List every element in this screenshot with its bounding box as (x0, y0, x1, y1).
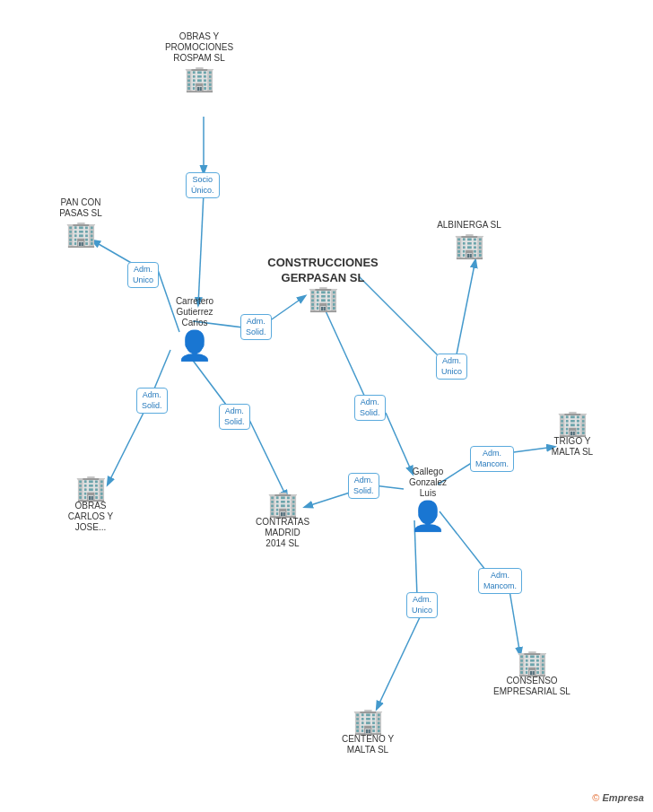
badge-adm-mancom-consenso: Adm.Mancom. (478, 568, 522, 594)
badge-adm-solid-gallego: Adm.Solid. (354, 395, 386, 421)
node-trigo-malta: 🏢 TRIGO YMALTA SL (532, 411, 613, 460)
node-pan-pasas: PAN CONPASAS SL 🏢 (45, 197, 117, 247)
building-icon-centeno-malta: 🏢 (353, 709, 384, 734)
badge-adm-mancom-trigo: Adm.Mancom. (470, 446, 514, 472)
svg-line-7 (108, 413, 144, 485)
badge-adm-unico-albinerga: Adm.Unico (436, 354, 467, 380)
node-gerpasan: CONSTRUCCIONESGERPASAN SL 🏢 (274, 256, 372, 311)
watermark: © Empresa (592, 792, 644, 803)
building-icon-trigo-malta: 🏢 (557, 411, 588, 436)
svg-line-11 (386, 413, 413, 474)
building-icon-obras-carlos: 🏢 (75, 476, 107, 501)
svg-line-9 (249, 420, 287, 498)
building-icon-obras-rospam: 🏢 (184, 66, 215, 92)
node-consenso: 🏢 CONSENSOEMPRESARIAL SL (487, 650, 577, 700)
badge-adm-solid-contratas: Adm.Solid. (219, 404, 250, 430)
node-centeno-malta: 🏢 CENTENO YMALTA SL (327, 709, 408, 758)
copyright-symbol: © (592, 792, 599, 803)
svg-line-13 (456, 260, 475, 359)
svg-line-21 (509, 590, 520, 655)
node-obras-rospam: OBRAS Y PROMOCIONES ROSPAM SL 🏢 (154, 31, 244, 92)
node-obras-carlos: 🏢 OBRASCARLOS YJOSE... (50, 476, 131, 536)
person-icon-gallego: 👤 (410, 502, 446, 530)
badge-adm-solid-contratas2: Adm.Solid. (348, 473, 379, 499)
svg-line-10 (323, 305, 366, 399)
building-icon-albinerga: 🏢 (454, 233, 485, 258)
node-carretero: CarreteroGutierrezCarlos 👤 (154, 296, 235, 360)
badge-adm-solid-obras-carlos: Adm.Solid. (136, 388, 168, 414)
building-icon-pan-pasas: 🏢 (65, 222, 97, 247)
brand-name: Empresa (603, 792, 644, 803)
node-contratas-madrid: 🏢 CONTRATASMADRID2014 SL (242, 492, 323, 552)
network-diagram: OBRAS Y PROMOCIONES ROSPAM SL 🏢 PAN CONP… (0, 0, 653, 812)
building-icon-consenso: 🏢 (517, 650, 548, 676)
building-icon-gerpasan: 🏢 (308, 286, 339, 311)
badge-adm-solid-gerpasan: Adm.Solid. (240, 314, 272, 340)
badge-adm-unico-centeno: Adm.Unico (406, 592, 438, 618)
node-albinerga: ALBINERGA SL 🏢 (429, 220, 509, 258)
building-icon-contratas-madrid: 🏢 (267, 492, 299, 517)
badge-adm-unico-pan: Adm.Unico (127, 262, 159, 288)
svg-line-8 (188, 354, 229, 408)
svg-line-19 (377, 617, 420, 709)
node-gallego: GallegoGonzalezLuis 👤 (387, 467, 468, 530)
badge-socio-unico: SocioÚnico. (186, 172, 220, 198)
person-icon-carretero: 👤 (177, 331, 213, 360)
svg-line-1 (198, 193, 204, 305)
